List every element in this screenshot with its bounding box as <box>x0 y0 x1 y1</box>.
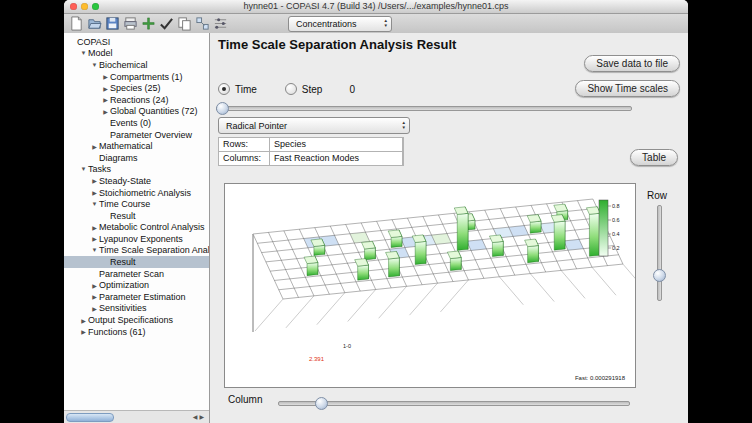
sidebar-item-time-course[interactable]: ▼Time Course <box>64 198 209 210</box>
sidebar-item-steady-state[interactable]: ▶Steady-State <box>64 175 209 187</box>
copy-icon[interactable] <box>177 16 192 31</box>
row-slider-track[interactable] <box>657 205 662 301</box>
time-step-radio-group: Time Step 0 <box>218 83 355 95</box>
scrollbar-arrows-icon[interactable]: ◀▶ <box>193 413 206 420</box>
sidebar-item-functions-61[interactable]: ▶Functions (61) <box>64 326 209 338</box>
sidebar-item-lyapunov-exponents[interactable]: ▶Lyapunov Exponents <box>64 233 209 245</box>
sidebar-scrollbar[interactable]: ◀▶ <box>64 410 209 423</box>
sidebar-item-optimization[interactable]: ▶Optimization <box>64 279 209 291</box>
disclosure-down-icon[interactable]: ▼ <box>79 50 88 56</box>
sidebar-item-label: Events (0) <box>110 118 151 128</box>
minimize-button[interactable] <box>81 3 88 10</box>
sidebar-item-biochemical[interactable]: ▼Biochemical <box>64 59 209 71</box>
disclosure-right-icon[interactable]: ▶ <box>90 189 99 196</box>
time-radio-label: Time <box>235 84 257 95</box>
sidebar-item-reactions-24[interactable]: ▶Reactions (24) <box>64 94 209 106</box>
sidebar-item-label: COPASI <box>77 37 110 47</box>
window-title: hynne01 - COPASI 4.7 (Build 34) /Users/.… <box>64 0 688 13</box>
disclosure-right-icon[interactable]: ▶ <box>90 282 99 289</box>
disclosure-right-icon[interactable]: ▶ <box>79 328 88 335</box>
row-slider-thumb[interactable] <box>653 269 666 282</box>
sidebar-item-events-0[interactable]: Events (0) <box>64 117 209 129</box>
sliders-icon[interactable] <box>213 16 228 31</box>
disclosure-down-icon[interactable]: ▼ <box>90 247 99 253</box>
sidebar-item-result[interactable]: Result <box>64 256 209 268</box>
print-icon[interactable] <box>123 16 138 31</box>
column-slider-track[interactable] <box>278 401 630 406</box>
disclosure-right-icon[interactable]: ▶ <box>101 85 110 92</box>
time-slider[interactable] <box>216 102 632 114</box>
svg-text:1-0: 1-0 <box>343 343 351 349</box>
sidebar-item-label: Functions (61) <box>88 327 146 337</box>
sidebar-item-output-specifications[interactable]: ▶Output Specifications <box>64 314 209 326</box>
step-radio[interactable] <box>285 83 297 95</box>
disclosure-down-icon[interactable]: ▼ <box>90 201 99 207</box>
sidebar-item-label: Species (25) <box>110 83 161 93</box>
disclosure-right-icon[interactable]: ▶ <box>79 317 88 324</box>
apply-icon[interactable] <box>159 16 174 31</box>
disclosure-right-icon[interactable]: ▶ <box>90 143 99 150</box>
svg-text:0.4: 0.4 <box>612 231 620 237</box>
plot-area: 0.80.60.40.21-02.391Fast: 0.000291918 <box>224 183 636 388</box>
sidebar-item-mathematical[interactable]: ▶Mathematical <box>64 140 209 152</box>
add-icon[interactable] <box>141 16 156 31</box>
new-file-icon[interactable] <box>69 16 84 31</box>
sidebar-item-label: Optimization <box>99 280 149 290</box>
pointer-combo[interactable]: Radical Pointer ▲▼ <box>218 117 410 134</box>
concentrations-combo[interactable]: Concentrations ▲▼ <box>288 16 392 32</box>
sidebar-item-tasks[interactable]: ▼Tasks <box>64 164 209 176</box>
time-slider-track[interactable] <box>216 106 632 111</box>
disclosure-right-icon[interactable]: ▶ <box>90 224 99 231</box>
save-data-button[interactable]: Save data to file <box>584 55 680 72</box>
sidebar-tree: COPASI▼Model▼Biochemical▶Compartments (1… <box>64 33 210 423</box>
open-icon[interactable] <box>87 16 102 31</box>
toolbar: Concentrations ▲▼ <box>64 14 688 34</box>
sidebar-item-parameter-estimation[interactable]: ▶Parameter Estimation <box>64 291 209 303</box>
concentrations-combo-value: Concentrations <box>296 19 357 29</box>
sidebar-item-parameter-overview[interactable]: Parameter Overview <box>64 129 209 141</box>
rows-label: Rows: <box>219 138 269 151</box>
expand-all-icon[interactable] <box>195 16 210 31</box>
disclosure-right-icon[interactable]: ▶ <box>101 108 110 115</box>
disclosure-right-icon[interactable]: ▶ <box>101 73 110 80</box>
disclosure-down-icon[interactable]: ▼ <box>79 166 88 172</box>
time-slider-thumb[interactable] <box>216 102 229 115</box>
disclosure-right-icon[interactable]: ▶ <box>90 177 99 184</box>
table-button[interactable]: Table <box>630 149 678 166</box>
sidebar-item-model[interactable]: ▼Model <box>64 48 209 60</box>
copasi-window: hynne01 - COPASI 4.7 (Build 34) /Users/.… <box>64 0 688 423</box>
scrollbar-thumb[interactable] <box>66 413 114 422</box>
sidebar-item-stoichiometric-analysis[interactable]: ▶Stoichiometric Analysis <box>64 187 209 199</box>
sidebar-item-compartments-1[interactable]: ▶Compartments (1) <box>64 71 209 83</box>
svg-text:0.6: 0.6 <box>612 217 620 223</box>
disclosure-right-icon[interactable]: ▶ <box>90 293 99 300</box>
zoom-button[interactable] <box>92 3 99 10</box>
sidebar-item-label: Output Specifications <box>88 315 173 325</box>
sidebar-item-label: Model <box>88 48 113 58</box>
page-title: Time Scale Separation Analysis Result <box>218 37 456 52</box>
column-slider-label: Column <box>228 394 262 405</box>
sidebar-item-label: Reactions (24) <box>110 95 169 105</box>
disclosure-right-icon[interactable]: ▶ <box>101 96 110 103</box>
save-icon[interactable] <box>105 16 120 31</box>
sidebar-item-metabolic-control-analysis[interactable]: ▶Metabolic Control Analysis <box>64 222 209 234</box>
time-radio[interactable] <box>218 83 230 95</box>
sidebar-item-copasi[interactable]: COPASI <box>64 36 209 48</box>
close-button[interactable] <box>70 3 77 10</box>
row-slider[interactable] <box>653 205 665 301</box>
sidebar-item-time-scale-separation-anal[interactable]: ▼Time Scale Separation Anal <box>64 245 209 257</box>
disclosure-right-icon[interactable]: ▶ <box>90 305 99 312</box>
columns-label: Columns: <box>219 152 269 165</box>
sidebar-item-sensitivities[interactable]: ▶Sensitivities <box>64 303 209 315</box>
sidebar-item-parameter-scan[interactable]: Parameter Scan <box>64 268 209 280</box>
column-slider[interactable] <box>278 397 630 409</box>
column-slider-thumb[interactable] <box>315 397 328 410</box>
sidebar-item-diagrams[interactable]: Diagrams <box>64 152 209 164</box>
disclosure-down-icon[interactable]: ▼ <box>90 62 99 68</box>
sidebar-item-label: Lyapunov Exponents <box>99 234 183 244</box>
show-time-scales-button[interactable]: Show Time scales <box>575 80 680 97</box>
sidebar-item-global-quantities-72[interactable]: ▶Global Quantities (72) <box>64 106 209 118</box>
sidebar-item-result[interactable]: Result <box>64 210 209 222</box>
sidebar-item-species-25[interactable]: ▶Species (25) <box>64 82 209 94</box>
disclosure-right-icon[interactable]: ▶ <box>90 235 99 242</box>
